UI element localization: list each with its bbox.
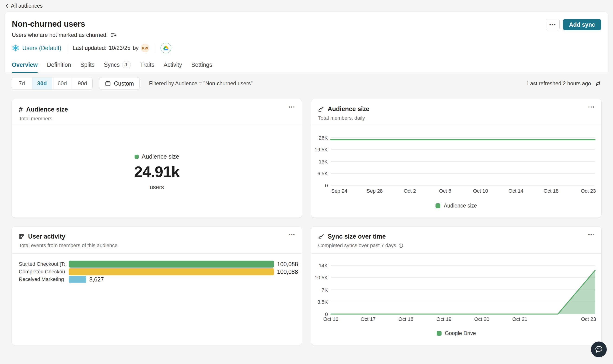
tab-splits[interactable]: Splits [80,61,94,73]
y-tick-label: 14K [319,263,328,269]
google-drive-icon [163,45,169,51]
tab-settings[interactable]: Settings [191,61,212,73]
card-menu-button[interactable]: ••• [289,232,295,237]
divider [67,44,67,52]
info-icon[interactable] [398,243,403,248]
stat-legend: Audience size [134,153,179,160]
tab-label: Syncs [104,61,120,68]
tab-traits[interactable]: Traits [140,61,155,73]
x-tick-label: Oct 20 [474,316,489,322]
last-updated-prefix: Last updated: [73,45,106,51]
avatar[interactable]: KW [141,44,149,52]
parent-model-link[interactable]: Users (Default) [12,44,61,52]
card-header: Sync size over time Completed syncs over… [311,226,601,254]
audience-size-stat-card: # Audience size Total members ••• Audien… [12,99,302,218]
tab-syncs[interactable]: Syncs1 [104,61,131,73]
card-title: Audience size [328,105,369,113]
chat-widget-button[interactable] [591,341,607,357]
tab-bar: OverviewDefinitionSplitsSyncs1TraitsActi… [12,61,212,73]
line-chart-icon [318,234,324,240]
y-tick-label: 7K [321,287,328,293]
audience-size-value: 24.91k [134,163,180,181]
card-header: # Audience size Total members [12,99,302,126]
more-actions-button[interactable]: ••• [546,19,560,30]
last-updated: Last updated: 10/23/25 by KW [73,44,149,52]
custom-range-label: Custom [114,80,134,87]
add-sync-button[interactable]: Add sync [563,19,601,30]
filter-bar: 7d30d60d90d Custom Filtered by Audience … [12,77,602,90]
x-tick-label: Oct 6 [439,188,451,194]
audience-overview-page: All audiences Non-churned users Users wh… [0,0,613,364]
x-tick-label: Oct 18 [398,316,413,322]
card-menu-button[interactable]: ••• [588,104,595,110]
last-refreshed-text: Last refreshed 2 hours ago [527,80,591,87]
card-title: Sync size over time [328,233,386,240]
snowflake-icon [12,44,19,52]
calendar-icon [105,80,111,87]
card-menu-button[interactable]: ••• [289,104,295,110]
google-drive-destination-badge[interactable] [160,43,171,53]
activity-bar-label: Completed Checkout [… [19,269,65,275]
activity-bar[interactable] [69,268,274,275]
activity-bar-value: 100,088 [277,261,298,268]
tab-label: Traits [140,61,155,68]
series-area [331,270,595,314]
legend-swatch [436,203,440,208]
card-title: User activity [28,233,66,240]
activity-bar-label: Received Marketing E… [19,276,65,282]
tab-overview[interactable]: Overview [12,61,38,73]
legend-swatch [437,331,441,336]
range-90d[interactable]: 90d [72,78,92,90]
ai-description-icon[interactable] [111,32,117,38]
tab-label: Overview [12,61,38,68]
activity-bar-label: Started Checkout [Tot… [19,261,65,267]
tab-definition[interactable]: Definition [47,61,71,73]
legend-label: Audience size [444,203,477,209]
tab-label: Activity [164,61,182,68]
y-tick-label: 13K [319,159,328,165]
user-activity-card: User activity Total events from members … [12,226,302,345]
x-tick-label: Oct 2 [404,188,416,194]
activity-bar[interactable] [69,260,274,268]
tab-label: Settings [191,61,212,68]
card-subtitle: Completed syncs over past 7 days [318,243,396,248]
audience-size-unit: users [150,184,164,191]
breadcrumb[interactable]: All audiences [0,0,613,12]
y-tick-label: 6.5K [317,171,328,176]
header-card: Non-churned users Users who are not mark… [5,12,608,73]
card-menu-button[interactable]: ••• [588,232,595,237]
x-tick-label: Oct 17 [360,316,376,322]
activity-bar[interactable] [69,276,86,283]
x-tick-label: Sep 28 [367,188,383,194]
x-tick-label: Oct 18 [544,188,559,194]
tab-activity[interactable]: Activity [164,61,182,73]
custom-range-button[interactable]: Custom [99,77,140,90]
series-line [331,270,595,314]
header-actions: ••• Add sync [546,19,601,30]
tab-count-badge: 1 [122,61,131,68]
chart-legend: Google Drive [311,330,601,337]
audience-size-stat: Audience size 24.91k users [12,126,302,218]
user-activity-bars: Started Checkout [Tot…100,088Completed C… [12,254,302,283]
page-title: Non-churned users [12,12,601,28]
y-tick-label: 0 [325,183,328,188]
last-updated-by: by [133,45,138,51]
bar-chart-icon [19,234,25,239]
x-tick-label: Oct 14 [508,188,523,194]
x-tick-label: Oct 16 [323,316,338,322]
x-tick-label: Sep 24 [331,188,347,194]
filter-note: Filtered by Audience = "Non-churned user… [149,80,253,87]
range-7d[interactable]: 7d [12,78,32,90]
audience-meta-row: Users (Default) Last updated: 10/23/25 b… [12,43,601,53]
audience-size-chart-card: Audience size Total members, daily ••• 0… [311,99,602,218]
card-subtitle: Total members, daily [318,115,594,121]
refresh-icon[interactable] [595,80,602,87]
activity-bar-value: 100,088 [277,269,298,275]
range-30d[interactable]: 30d [32,78,52,90]
sync-size-card: Sync size over time Completed syncs over… [311,226,602,345]
audience-description-text: Users who are not marked as churned. [12,32,108,38]
hash-icon: # [19,105,23,113]
range-60d[interactable]: 60d [52,78,72,90]
legend-swatch [134,155,139,159]
y-tick-label: 10.5K [315,275,328,281]
